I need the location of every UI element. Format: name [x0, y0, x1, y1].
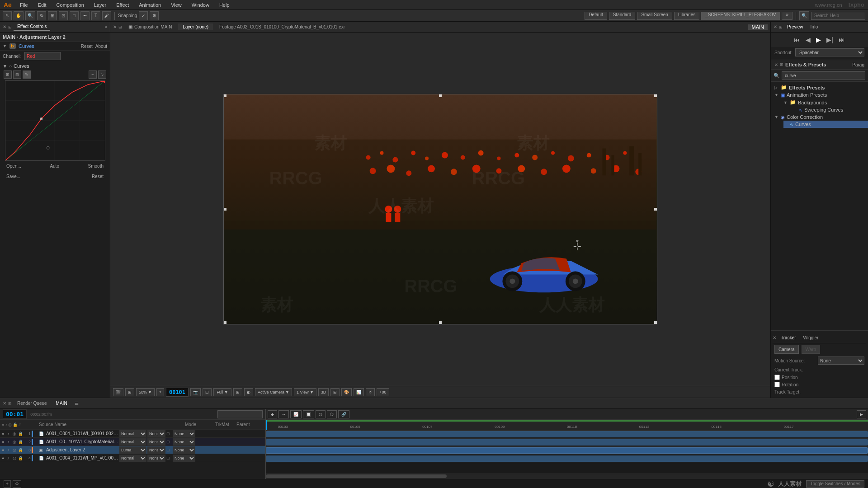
curves-open-btn[interactable]: Open... [6, 164, 21, 169]
new-item-btn[interactable]: + [4, 480, 11, 488]
corner-handle-bl[interactable] [224, 321, 226, 324]
tl-graph-editor[interactable]: 📈 [290, 410, 302, 418]
workspace-custom[interactable]: _SCREENS_KIRILL_PLESHAKOV [701, 12, 780, 20]
viewer-snap-btn[interactable]: ⌖ [156, 388, 164, 396]
tab-layer[interactable]: Layer (none) [178, 23, 213, 30]
viewer-render-btn[interactable]: ⊞ [330, 388, 340, 396]
layer-2-mode[interactable]: Normal [119, 438, 146, 446]
shortcut-select[interactable]: Spacebar [795, 48, 864, 56]
viewer-reset-btn[interactable]: ↺ [366, 388, 375, 396]
scrollbar-thumb[interactable] [266, 474, 447, 478]
menu-animation[interactable]: Animation [137, 1, 163, 9]
close-effects-icon[interactable]: ✕ [774, 62, 778, 67]
close-comp-icon[interactable]: ✕ [113, 24, 117, 29]
layer-2-audio[interactable]: ♪ [7, 440, 12, 444]
workspace-libraries[interactable]: Libraries [674, 12, 699, 20]
tl-toggle-hold[interactable]: ↔ [278, 410, 289, 418]
tool-zoom[interactable]: 🔍 [25, 11, 35, 20]
menu-view[interactable]: View [169, 1, 184, 9]
curves-reset-action-btn[interactable]: Reset [92, 174, 104, 179]
viewer-toggle-btn[interactable]: ⊡ [203, 388, 212, 396]
viewer-extra-btn[interactable]: +00 [377, 388, 389, 396]
curves-tool-smooth[interactable]: ⊟ [13, 70, 21, 79]
layer-3-trkmat[interactable]: None [147, 446, 165, 454]
curves-reset-btn[interactable]: Reset [81, 44, 93, 49]
viewer-region2-btn[interactable]: ⊞ [233, 388, 242, 396]
viewer-canvas[interactable]: RRCG 人人素材 RRCG 人人素材 素材 RRCG 素材 素材 [223, 94, 657, 324]
tree-sweeping-curves[interactable]: ∿ Sweeping Curves [793, 106, 868, 113]
viewer-view-btn[interactable]: 1 View ▼ [294, 388, 316, 396]
tree-effects-presets[interactable]: ▷ 📁 Effects Presets [771, 84, 868, 91]
layer-4-solo[interactable]: ◎ [13, 456, 17, 460]
menu-layer[interactable]: Layer [92, 1, 108, 9]
corner-handle-mr[interactable] [654, 208, 657, 211]
tl-solo[interactable]: ◎ [316, 410, 326, 418]
tl-mask[interactable]: 🔲 [303, 410, 314, 418]
corner-handle-ml[interactable] [224, 208, 226, 211]
viewer-camera-icon[interactable]: 📷 [190, 388, 201, 396]
viewer-resolution-btn[interactable]: Full ▼ [213, 388, 231, 396]
corner-handle-bm[interactable] [439, 321, 442, 324]
preview-skip-start[interactable]: ⏮ [792, 35, 802, 44]
workspace-default[interactable]: Default [585, 12, 607, 20]
layer-1-mode[interactable]: Normal [119, 430, 146, 437]
tool-pen[interactable]: ✒ [80, 11, 90, 20]
layer-3-mode[interactable]: LumaNormal [119, 446, 146, 454]
tree-color-correction[interactable]: ▼ ◉ Color Correction [771, 113, 868, 121]
layer-2-lock[interactable]: 🔒 [18, 440, 23, 444]
tab-footage[interactable]: Footage A002_C01S_010100_CryptoMaterial_… [215, 23, 349, 30]
tool-select[interactable]: ↖ [3, 11, 12, 20]
rotation-checkbox[interactable] [774, 382, 780, 387]
layer-4-audio[interactable]: ♪ [7, 456, 12, 460]
tool-hand[interactable]: ✋ [14, 11, 24, 20]
effects-search-input[interactable] [782, 71, 865, 80]
close-right-icon[interactable]: ✕ [774, 24, 777, 29]
layer-1-parent[interactable]: None [173, 430, 195, 437]
tree-animation-presets[interactable]: ▼ ▣ Animation Presets [771, 91, 868, 99]
menu-effect[interactable]: Effect [114, 1, 131, 9]
timeline-menu-icon[interactable]: ☰ [75, 401, 79, 406]
curves-smooth-btn[interactable]: Smooth [88, 164, 104, 169]
curves-tool-auto[interactable]: ~ [89, 70, 97, 79]
tracker-warp-btn[interactable]: Warp [802, 345, 821, 354]
search-btn[interactable]: 🔍 [799, 11, 809, 20]
tool-rotate[interactable]: ↻ [37, 11, 46, 20]
panel-arrow[interactable]: » [104, 24, 107, 29]
layer-3-audio[interactable]: ♪ [7, 448, 12, 452]
close-tracker-icon[interactable]: ✕ [773, 335, 776, 340]
layer-1-name[interactable]: A001_C004_0101WI_[00101-00200].exr [46, 431, 118, 436]
tree-backgrounds[interactable]: ▼ 📁 Backgrounds [783, 99, 868, 106]
tab-info[interactable]: Info [808, 23, 821, 30]
layer-4-lock[interactable]: 🔒 [18, 456, 23, 460]
layer-2-parent[interactable]: None [173, 438, 195, 446]
parag-btn[interactable]: Parag [852, 62, 864, 67]
menu-edit[interactable]: Edit [36, 1, 48, 9]
curves-expand-toggle[interactable]: ▼ [3, 64, 7, 69]
close-icon[interactable]: ✕ [3, 24, 6, 29]
layer-3-parent[interactable]: None [173, 446, 195, 454]
viewer-3d-btn[interactable]: 3D [318, 388, 329, 396]
menu-window[interactable]: Window [190, 1, 211, 9]
layer-4-eye[interactable]: ● [2, 456, 6, 460]
preview-next-frame[interactable]: ▶| [825, 35, 835, 44]
wiggler-tab[interactable]: Wiggler [801, 334, 821, 341]
layer-1-eye[interactable]: ● [2, 432, 6, 436]
curves-tool-pencil[interactable]: ✎ [23, 70, 31, 79]
tool-camera2[interactable]: ⊡ [59, 11, 68, 20]
tl-shapes[interactable]: ⬡ [327, 410, 337, 418]
tab-composition[interactable]: ▣ Composition MAIN [124, 23, 176, 30]
position-checkbox[interactable] [774, 375, 780, 380]
menu-composition[interactable]: Composition [55, 1, 86, 9]
curves-tool-wave[interactable]: ∿ [98, 70, 106, 79]
viewer-color-btn[interactable]: 🎨 [341, 388, 352, 396]
timeline-search[interactable] [217, 410, 263, 418]
viewer-preview-btn[interactable]: 🎬 [113, 388, 123, 396]
search-input[interactable] [811, 12, 865, 20]
tool-brush[interactable]: 🖌 [102, 11, 111, 20]
layer-1-trkmat[interactable]: None [147, 430, 165, 437]
tab-preview[interactable]: Preview [784, 23, 806, 30]
motion-source-select[interactable]: None [818, 357, 864, 365]
viewer-camera-label-btn[interactable]: Active Camera ▼ [255, 388, 292, 396]
curves-tool-reset[interactable]: ⊞ [4, 70, 12, 79]
snap-options[interactable]: ⚙ [150, 11, 159, 20]
